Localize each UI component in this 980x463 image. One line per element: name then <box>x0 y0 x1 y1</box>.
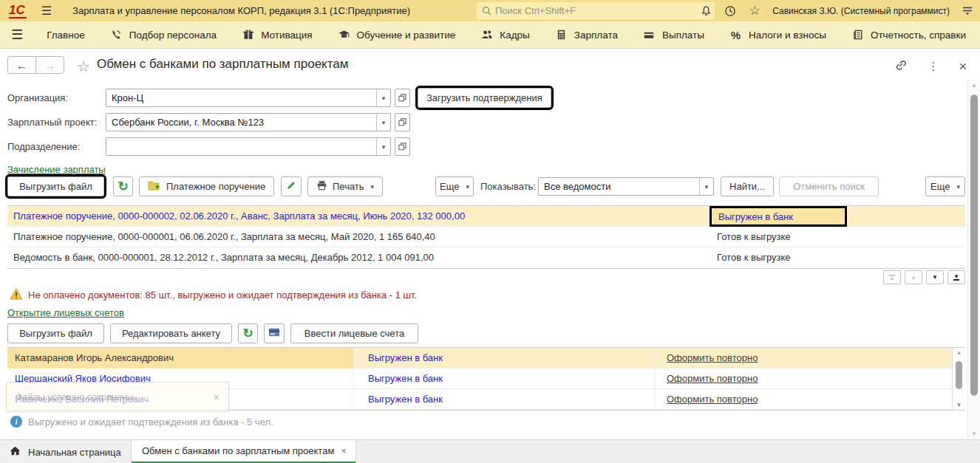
toast-message: Файлы успешно сохранены. <box>16 392 214 402</box>
pencil-icon <box>286 180 296 193</box>
table-scroll-buttons: ▲ ▲ ▼ ▼ <box>883 270 965 284</box>
tab-home-page[interactable]: Начальная страница <box>0 440 132 463</box>
scroll-down-icon[interactable]: ▼ <box>953 402 965 408</box>
reissue-link[interactable]: Оформить повторно <box>667 348 758 368</box>
edit-document-button[interactable] <box>281 176 302 196</box>
close-form-icon[interactable]: × <box>959 61 967 72</box>
title-bar: 1С ☰ Зарплата и управление персоналом КО… <box>0 0 980 21</box>
organization-open-button[interactable] <box>395 89 410 107</box>
status-badge: Выгружен в банк <box>368 368 443 389</box>
chevron-down-icon: ▾ <box>466 183 469 191</box>
card-reader-button[interactable] <box>264 323 285 343</box>
scroll-up-icon[interactable]: ▲ <box>968 82 980 89</box>
scroll-up-icon[interactable]: ▲ <box>905 270 922 284</box>
add-to-favorites-icon[interactable]: ☆ <box>77 58 90 75</box>
salary-section-link[interactable]: Зачисление зарплаты <box>7 164 106 175</box>
salary-project-combo[interactable]: Сбербанк России, г. Москва №123 ▾ <box>106 113 391 131</box>
table-row[interactable]: Платежное поручение, 0000-000002, 02.06.… <box>7 206 965 227</box>
search-icon <box>482 6 491 16</box>
payment-order-button[interactable]: Платежное поручение <box>139 176 274 196</box>
open-windows-bar: Начальная страница Обмен с банками по за… <box>0 439 980 463</box>
employee-name: Катамаранов Игорь Александрович <box>15 348 174 368</box>
tab-bank-exchange[interactable]: Обмен с банками по зарплатным проектам × <box>132 440 356 463</box>
accounts-export-file-button[interactable]: Выгрузить файл <box>7 323 104 343</box>
reissue-link[interactable]: Оформить повторно <box>667 368 758 389</box>
history-icon[interactable] <box>724 4 737 18</box>
tab-close-icon[interactable]: × <box>341 445 347 456</box>
more-button-2[interactable]: Еще ▾ <box>925 176 965 196</box>
refresh-icon: ↻ <box>242 327 253 340</box>
show-filter-value: Все ведомости <box>539 178 699 195</box>
refresh-icon: ↻ <box>118 180 128 193</box>
organization-value: Крон-Ц <box>106 89 376 106</box>
chevron-down-icon: ▾ <box>371 183 375 191</box>
salary-project-open-button[interactable] <box>395 113 410 131</box>
scroll-down-icon[interactable]: ▼ <box>926 270 944 284</box>
accounts-section-link[interactable]: Открытие лицевых счетов <box>7 307 124 318</box>
menu-item-recruiting[interactable]: Подбор персонала <box>98 21 229 48</box>
enter-accounts-button[interactable]: Ввести лицевые счета <box>290 323 418 343</box>
toast-notification: Файлы успешно сохранены. × <box>6 382 229 412</box>
search-input[interactable] <box>495 5 710 16</box>
employees-table-scrollbar[interactable]: ▲ ▼ <box>952 348 965 410</box>
menu-item-hr[interactable]: Кадры <box>468 21 542 48</box>
app-title: Зарплата и управление персоналом КОРП, р… <box>72 5 410 16</box>
status-badge: Выгружен в банк <box>710 206 847 227</box>
show-filter-combo[interactable]: Все ведомости ▾ <box>538 177 714 196</box>
refresh-button[interactable]: ↻ <box>113 176 133 196</box>
menu-item-reports[interactable]: Отчетность, справки <box>839 21 979 48</box>
menu-item-salary[interactable]: Зарплата <box>542 21 630 48</box>
statement-description: Ведомость в банк, 0000-000001, 28.12.201… <box>13 247 434 268</box>
table-row[interactable]: Платежное поручение, 0000-000001, 06.06.… <box>7 227 965 247</box>
find-button[interactable]: Найти... <box>721 176 774 196</box>
get-link-icon[interactable] <box>894 58 908 74</box>
print-button[interactable]: Печать ▾ <box>307 176 383 196</box>
chevron-down-icon[interactable]: ▾ <box>376 114 390 131</box>
page-scrollbar[interactable]: ▲ ▼ <box>967 80 980 439</box>
forward-button[interactable]: → <box>35 56 64 74</box>
scroll-to-bottom-icon[interactable]: ▼ <box>947 270 965 284</box>
menu-item-taxes[interactable]: % Налоги и взносы <box>717 21 839 48</box>
info-icon: i <box>10 416 22 428</box>
people-icon <box>480 29 493 41</box>
menu-item-training[interactable]: Обучение и развитие <box>325 21 469 48</box>
reissue-link[interactable]: Оформить повторно <box>667 389 758 410</box>
field-label-department: Подразделение: <box>7 137 80 156</box>
scroll-down-icon[interactable]: ▼ <box>968 431 980 437</box>
menu-item-main[interactable]: Главное <box>34 21 98 48</box>
department-open-button[interactable] <box>395 137 410 156</box>
load-confirmations-button[interactable]: Загрузить подтверждения <box>418 88 551 108</box>
scrollbar-thumb[interactable] <box>956 361 962 389</box>
warning-icon <box>10 288 23 302</box>
menu-item-payments[interactable]: Выплаты <box>630 21 717 48</box>
table-row[interactable]: Ведомость в банк, 0000-000001, 28.12.201… <box>7 247 965 268</box>
main-menu-icon[interactable]: ☰ <box>41 4 52 18</box>
more-actions-icon[interactable]: ⋮ <box>928 60 939 73</box>
menu-item-motivation[interactable]: Мотивация <box>229 21 324 48</box>
organization-combo[interactable]: Крон-Ц ▾ <box>106 89 391 107</box>
back-button[interactable]: ← <box>7 56 36 74</box>
edit-questionnaire-button[interactable]: Редактировать анкету <box>110 323 232 343</box>
global-search[interactable] <box>477 2 715 19</box>
more-button[interactable]: Еще ▾ <box>435 176 474 196</box>
toast-close-icon[interactable]: × <box>214 391 220 403</box>
accounts-refresh-button[interactable]: ↻ <box>238 323 258 343</box>
cancel-search-button[interactable]: Отменить поиск <box>779 176 879 196</box>
awaiting-confirmation-info: Выгружено и ожидает подтверждения из бан… <box>28 416 273 428</box>
table-row[interactable]: Катамаранов Игорь Александрович Выгружен… <box>7 348 965 368</box>
1c-logo: 1С <box>9 4 27 18</box>
scroll-to-top-icon[interactable]: ▲ <box>883 270 901 284</box>
export-file-button[interactable]: Выгрузить файл <box>7 176 104 196</box>
department-combo[interactable]: ▾ <box>106 137 391 156</box>
sections-menu-icon[interactable]: ☰ <box>0 27 34 43</box>
scroll-up-icon[interactable]: ▲ <box>953 349 965 356</box>
scrollbar-thumb[interactable] <box>970 95 978 396</box>
service-menu-icon[interactable] <box>961 4 974 18</box>
chevron-down-icon[interactable]: ▾ <box>699 178 713 195</box>
favorites-icon[interactable]: ☆ <box>748 4 761 18</box>
chevron-down-icon[interactable]: ▾ <box>376 89 390 106</box>
current-user[interactable]: Савинская З.Ю. (Системный программист) <box>772 6 950 16</box>
chevron-down-icon[interactable]: ▾ <box>376 138 390 155</box>
history-nav: ← → <box>7 56 64 74</box>
notifications-icon[interactable] <box>699 4 712 18</box>
